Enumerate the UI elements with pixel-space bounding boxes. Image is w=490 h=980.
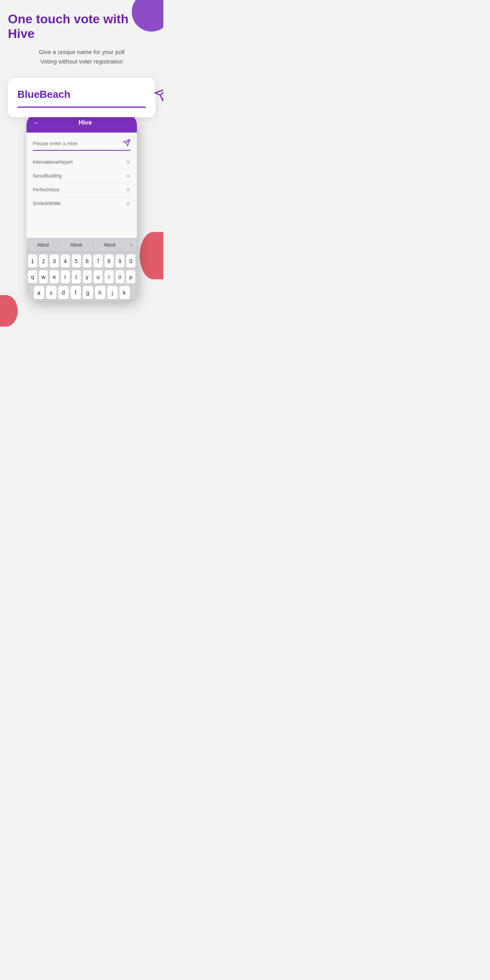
key-3[interactable]: 3 [50,254,59,268]
key-e[interactable]: e [50,270,59,284]
app-header-title: Hive [40,119,131,126]
key-a[interactable]: a [34,286,44,299]
app-content: InternationalAirport ✕ SeoulBuilding ✕ P… [26,133,137,238]
key-1[interactable]: 1 [28,254,37,268]
list-item: PerfectVoice ✕ [33,183,131,197]
key-9[interactable]: 9 [116,254,125,268]
key-q[interactable]: q [28,270,37,284]
svg-marker-1 [155,89,163,101]
key-i[interactable]: i [105,270,114,284]
key-h[interactable]: h [95,286,105,299]
number-row: 1 2 3 4 5 6 7 8 9 0 [28,254,135,268]
key-p[interactable]: p [126,270,135,284]
list-item: SeoulBuilding ✕ [33,169,131,183]
input-underline [17,107,146,108]
back-button[interactable]: ← [33,119,40,127]
suggestion-3[interactable]: Abcd [93,240,126,249]
keyboard-rows: 1 2 3 4 5 6 7 8 9 0 [26,252,137,301]
key-o[interactable]: o [116,270,125,284]
key-8[interactable]: 8 [105,254,114,268]
key-f[interactable]: f [71,286,81,299]
key-j[interactable]: j [107,286,118,299]
phone-screen: ← Hive [26,113,137,301]
subtitle-line2: Voting without voter registration [40,58,123,65]
keyboard-suggestions-bar: Abcd Abcd Abcd › [26,238,137,252]
page-title: One touch vote with Hive [8,12,155,41]
hive-item-name: SmileWithMe [33,201,61,206]
hive-item-remove-button[interactable]: ✕ [126,187,131,193]
hive-item-name: SeoulBuilding [33,173,62,179]
phone-mockup-wrapper: ← Hive [8,113,155,301]
key-d[interactable]: d [58,286,69,299]
key-k[interactable]: k [120,286,130,299]
key-7[interactable]: 7 [94,254,103,268]
hive-list: InternationalAirport ✕ SeoulBuilding ✕ P… [33,155,131,210]
hive-item-remove-button[interactable]: ✕ [126,159,131,165]
keyboard-area: Abcd Abcd Abcd › 1 2 3 [26,238,137,301]
key-g[interactable]: g [83,286,93,299]
suggestions-more-icon[interactable]: › [126,241,137,248]
hive-input-card [8,78,155,117]
hive-name-input[interactable] [17,88,150,101]
key-4[interactable]: 4 [61,254,70,268]
key-t[interactable]: t [72,270,81,284]
page-subtitle: Give a unique name for your poll Voting … [8,47,155,66]
send-button[interactable] [154,86,163,103]
list-item: InternationalAirport ✕ [33,155,131,169]
key-s[interactable]: s [46,286,56,299]
app-send-icon[interactable] [123,139,131,148]
subtitle-line1: Give a unique name for your poll [39,49,125,55]
hive-item-name: InternationalAirport [33,159,73,165]
key-w[interactable]: w [39,270,48,284]
key-5[interactable]: 5 [72,254,81,268]
hive-item-remove-button[interactable]: ✕ [126,173,131,179]
key-r[interactable]: r [61,270,70,284]
key-2[interactable]: 2 [39,254,48,268]
key-u[interactable]: u [94,270,103,284]
app-hive-input[interactable] [33,140,120,146]
key-6[interactable]: 6 [83,254,92,268]
phone-mockup: ← Hive [26,113,137,301]
asdf-row: a s d f g h j k [28,286,135,299]
qwerty-row: q w e r t y u i o p [28,270,135,284]
app-input-underline [33,150,131,151]
suggestion-1[interactable]: Abcd [26,240,59,249]
app-input-row [33,139,131,148]
back-arrow-icon: ← [33,119,40,127]
hive-item-remove-button[interactable]: ✕ [126,200,131,207]
hive-item-name: PerfectVoice [33,187,59,193]
key-y[interactable]: y [83,270,92,284]
key-0[interactable]: 0 [126,254,135,268]
list-item: SmileWithMe ✕ [33,197,131,210]
suggestion-2[interactable]: Abcd [60,240,92,249]
